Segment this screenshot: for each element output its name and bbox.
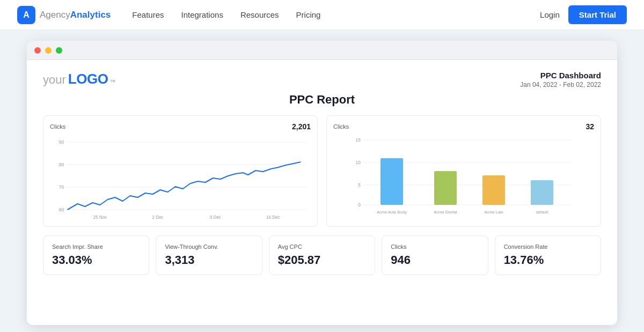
dot-close[interactable]: [34, 47, 41, 54]
svg-rect-26: [531, 180, 553, 205]
stat-card-3: Clicks 946: [382, 235, 488, 275]
stat-label-2: Avg CPC: [278, 244, 366, 250]
dashboard-title: PPC Dashboard: [520, 71, 601, 80]
report-header: your LOGO ™ PPC Dashboard Jan 04, 2022 -…: [43, 71, 601, 88]
logo-logo-text: LOGO: [68, 71, 108, 87]
dashboard-info: PPC Dashboard Jan 04, 2022 - Feb 02, 202…: [520, 71, 601, 88]
nav-features[interactable]: Features: [132, 10, 164, 19]
nav-integrations[interactable]: Integrations: [181, 10, 223, 19]
bar-chart-value: 32: [586, 122, 594, 131]
stat-label-3: Clicks: [391, 244, 479, 250]
logo[interactable]: A AgencyAnalytics: [17, 6, 111, 24]
dashboard-date: Jan 04, 2022 - Feb 02, 2022: [520, 81, 601, 88]
svg-text:0: 0: [358, 202, 361, 208]
stat-label-0: Search Impr. Share: [52, 244, 140, 250]
stat-card-1: View-Through Conv. 3,313: [156, 235, 262, 275]
logo-icon: A: [17, 6, 35, 24]
line-chart-container: 90 80 70 60 25 Nov: [50, 134, 311, 220]
login-button[interactable]: Login: [540, 10, 560, 19]
bar-chart-card: Clicks 32 15 10 5 0: [326, 115, 601, 227]
bar-chart-container: 15 10 5 0 Acme Auto Body: [333, 134, 594, 220]
logo-your-text: your: [43, 73, 66, 87]
svg-text:default: default: [536, 210, 548, 215]
nav-links: Features Integrations Resources Pricing: [132, 10, 540, 19]
stat-value-0: 33.03%: [52, 253, 140, 267]
svg-text:70: 70: [59, 185, 64, 190]
stat-card-4: Conversion Rate 13.76%: [495, 235, 601, 275]
line-chart-header: Clicks 2,201: [50, 122, 311, 131]
stat-card-0: Search Impr. Share 33.03%: [43, 235, 149, 275]
logo-text: AgencyAnalytics: [40, 10, 111, 20]
svg-text:80: 80: [59, 162, 64, 167]
line-chart-value: 2,201: [292, 122, 311, 131]
nav-resources[interactable]: Resources: [240, 10, 279, 19]
bar-chart-header: Clicks 32: [333, 122, 594, 131]
svg-text:90: 90: [59, 139, 64, 145]
line-chart-card: Clicks 2,201 90 80 70 60: [43, 115, 318, 227]
navbar: A AgencyAnalytics Features Integrations …: [0, 0, 644, 30]
svg-text:2 Dec: 2 Dec: [152, 215, 164, 220]
report-title: PPC Report: [43, 93, 601, 107]
nav-actions: Login Start Trial: [540, 5, 627, 24]
start-trial-button[interactable]: Start Trial: [568, 5, 627, 24]
svg-text:5: 5: [358, 182, 361, 188]
bar-chart-label: Clicks: [333, 123, 349, 130]
svg-text:9 Dec: 9 Dec: [210, 215, 221, 220]
line-chart-label: Clicks: [50, 123, 65, 130]
line-chart-svg: 90 80 70 60 25 Nov: [50, 134, 311, 220]
svg-text:16 Dec: 16 Dec: [266, 215, 280, 220]
svg-rect-20: [380, 158, 403, 205]
svg-text:60: 60: [59, 207, 64, 212]
browser-window: your LOGO ™ PPC Dashboard Jan 04, 2022 -…: [27, 41, 617, 325]
report-logo: your LOGO ™: [43, 71, 115, 87]
dot-maximize[interactable]: [56, 47, 62, 54]
bar-chart-svg: 15 10 5 0 Acme Auto Body: [333, 134, 594, 220]
svg-text:Acme Auto Body: Acme Auto Body: [377, 210, 407, 215]
stat-label-1: View-Through Conv.: [165, 244, 253, 250]
charts-row: Clicks 2,201 90 80 70 60: [43, 115, 601, 227]
svg-text:Acme Law: Acme Law: [484, 210, 503, 215]
svg-rect-24: [482, 175, 505, 205]
svg-text:25 Nov: 25 Nov: [93, 215, 107, 220]
stat-label-4: Conversion Rate: [504, 244, 592, 250]
stat-value-4: 13.76%: [504, 253, 592, 267]
stat-value-2: $205.87: [278, 253, 366, 267]
svg-text:15: 15: [356, 137, 361, 143]
report-content: your LOGO ™ PPC Dashboard Jan 04, 2022 -…: [27, 60, 617, 325]
svg-rect-22: [434, 171, 457, 205]
browser-chrome: [27, 41, 617, 60]
nav-pricing[interactable]: Pricing: [296, 10, 321, 19]
dot-minimize[interactable]: [45, 47, 52, 54]
stat-value-3: 946: [391, 253, 479, 267]
svg-text:10: 10: [356, 160, 361, 165]
stat-card-2: Avg CPC $205.87: [269, 235, 375, 275]
main-area: your LOGO ™ PPC Dashboard Jan 04, 2022 -…: [0, 30, 644, 332]
stats-row: Search Impr. Share 33.03% View-Through C…: [43, 235, 601, 275]
logo-tm: ™: [110, 79, 115, 85]
svg-text:Acme Dental: Acme Dental: [434, 210, 457, 215]
stat-value-1: 3,313: [165, 253, 253, 267]
